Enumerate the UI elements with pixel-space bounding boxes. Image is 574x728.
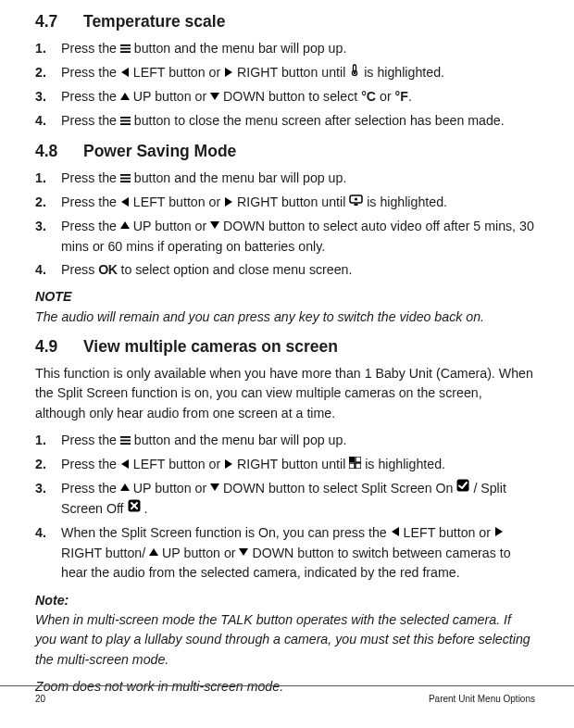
svg-rect-31 <box>356 463 361 469</box>
step-item: 3.Press the UP button or DOWN button to … <box>35 217 535 257</box>
svg-rect-24 <box>120 439 131 441</box>
step-text: button to close the menu screen after se… <box>131 113 505 128</box>
step-text: to select option and close menu screen. <box>118 262 353 277</box>
svg-marker-41 <box>239 548 248 556</box>
left-icon <box>120 455 130 474</box>
check-on-icon <box>456 478 469 497</box>
right-icon <box>224 63 233 82</box>
step-item: 3.Press the UP button or DOWN button to … <box>35 479 535 520</box>
menu-icon <box>120 39 131 58</box>
svg-rect-13 <box>120 174 131 176</box>
step-body: Press OK to select option and close menu… <box>61 260 535 280</box>
step-body: Press the LEFT button or RIGHT button un… <box>61 63 535 83</box>
step-text: or <box>376 89 395 104</box>
svg-marker-32 <box>120 483 130 491</box>
step-number: 4. <box>35 111 61 132</box>
step-number: 4. <box>35 260 61 280</box>
section-49-heading: 4.9View multiple cameras on screen <box>35 334 535 358</box>
up-icon <box>120 478 130 497</box>
section-48-note: The audio will remain and you can press … <box>35 308 535 327</box>
svg-rect-25 <box>120 443 131 445</box>
step-text: Press the <box>61 195 120 209</box>
step-number: 1. <box>35 431 61 451</box>
step-body: Press the button and the menu bar will p… <box>61 431 535 451</box>
step-text: Press the <box>61 41 120 56</box>
svg-rect-1 <box>120 47 131 49</box>
right-icon <box>224 455 233 474</box>
section-47-number: 4.7 <box>35 9 83 33</box>
step-text: UP button or <box>130 89 210 104</box>
monitor-icon <box>349 193 363 212</box>
section-49-title: View multiple cameras on screen <box>83 337 338 356</box>
step-body: Press the UP button or DOWN button to se… <box>61 479 535 520</box>
step-number: 4. <box>35 523 61 584</box>
step-text: UP button or <box>130 219 210 233</box>
step-text: Press the <box>61 170 120 185</box>
section-48-number: 4.8 <box>35 139 83 163</box>
section-49-steps: 1.Press the button and the menu bar will… <box>35 431 535 584</box>
step-text: Press the <box>61 457 120 471</box>
step-text: . <box>408 89 412 104</box>
step-text: button and the menu bar will pop up. <box>131 433 346 447</box>
step-item: 2.Press the LEFT button or RIGHT button … <box>35 455 535 475</box>
section-48-title: Power Saving Mode <box>83 142 236 160</box>
svg-point-7 <box>354 72 356 74</box>
svg-rect-14 <box>120 177 131 179</box>
section-48-note-heading: NOTE <box>35 287 535 307</box>
step-text: UP button or <box>158 546 239 560</box>
svg-marker-8 <box>120 93 130 100</box>
svg-rect-15 <box>120 181 131 182</box>
right-icon <box>494 522 504 542</box>
step-item: 4.When the Split Screen function is On, … <box>35 523 535 584</box>
svg-marker-21 <box>120 221 130 229</box>
svg-marker-16 <box>121 197 129 207</box>
degrees-c: °C <box>361 89 376 104</box>
svg-rect-12 <box>120 123 131 125</box>
step-number: 2. <box>35 193 61 213</box>
step-text: is highlighted. <box>360 65 444 80</box>
section-48-heading: 4.8Power Saving Mode <box>35 139 535 163</box>
svg-rect-0 <box>120 44 131 46</box>
step-item: 4.Press the button to close the menu scr… <box>35 111 535 132</box>
svg-marker-38 <box>392 527 399 536</box>
step-item: 1.Press the button and the menu bar will… <box>35 39 535 59</box>
svg-marker-26 <box>121 459 129 469</box>
svg-rect-28 <box>349 457 355 462</box>
step-text: Press the <box>61 433 120 447</box>
step-text: Press <box>61 262 98 277</box>
step-body: Press the LEFT button or RIGHT button un… <box>61 455 535 475</box>
step-number: 1. <box>35 39 61 59</box>
page-footer: 20 Parent Unit Menu Options <box>0 685 574 706</box>
step-text: is highlighted. <box>363 195 447 209</box>
step-text: LEFT button or <box>130 195 224 209</box>
footer-section-title: Parent Unit Menu Options <box>429 692 535 706</box>
menu-icon <box>120 111 131 131</box>
step-body: When the Split Screen function is On, yo… <box>61 523 535 584</box>
step-body: Press the button and the menu bar will p… <box>61 169 535 189</box>
step-text: DOWN button to select Split Screen On <box>219 481 456 496</box>
step-number: 3. <box>35 217 61 257</box>
svg-rect-2 <box>120 51 131 53</box>
ok-icon: OK <box>98 260 117 280</box>
step-item: 4.Press OK to select option and close me… <box>35 260 535 280</box>
step-text: Press the <box>61 219 120 233</box>
step-number: 2. <box>35 63 61 83</box>
step-text: is highlighted. <box>361 457 445 471</box>
down-icon <box>239 543 248 562</box>
menu-icon <box>120 431 131 450</box>
svg-rect-10 <box>120 117 131 119</box>
svg-rect-11 <box>120 119 131 121</box>
step-text: DOWN button to select <box>219 89 361 104</box>
down-icon <box>210 216 219 235</box>
section-49-intro: This function is only available when you… <box>35 364 535 423</box>
svg-rect-20 <box>355 204 358 206</box>
step-item: 1.Press the button and the menu bar will… <box>35 169 535 189</box>
section-47-steps: 1.Press the button and the menu bar will… <box>35 39 535 132</box>
section-49-note-1: When in multi-screen mode the TALK butto… <box>35 610 535 670</box>
step-text: button and the menu bar will pop up. <box>131 41 346 56</box>
step-text: RIGHT button/ <box>61 546 149 560</box>
svg-marker-17 <box>225 197 232 207</box>
step-number: 3. <box>35 87 61 107</box>
step-body: Press the button and the menu bar will p… <box>61 39 535 59</box>
step-item: 2.Press the LEFT button or RIGHT button … <box>35 193 535 213</box>
